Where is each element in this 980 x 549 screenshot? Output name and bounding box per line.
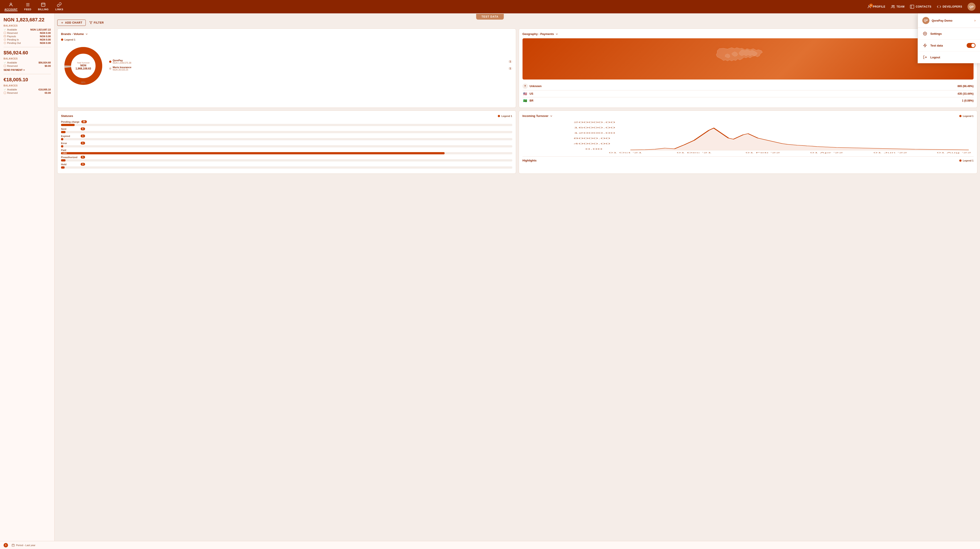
svg-text:01 Feb '22: 01 Feb '22 (746, 152, 780, 153)
eur-balance-amount: €18,005.10 (3, 77, 51, 83)
dropdown-logout[interactable]: Logout (918, 51, 980, 63)
svg-rect-4 (41, 3, 45, 6)
svg-text:120000.00: 120000.00 (573, 132, 615, 134)
svg-text:0.00: 0.00 (585, 148, 602, 150)
toolbar: ADD CHART FILTER (57, 16, 977, 26)
eur-balances-label: BALANCES (3, 84, 51, 87)
test-data-toggle[interactable] (967, 43, 975, 48)
ngn-reserved-row: Reserved NGN 0.00 (3, 32, 51, 34)
svg-marker-39 (923, 44, 926, 47)
svg-text:160000.00: 160000.00 (573, 127, 615, 129)
svg-text:01 Aug '22: 01 Aug '22 (937, 152, 971, 153)
legend-item-qorepay: QorePay NGN 1,939,575.38 1 (109, 59, 512, 64)
usd-balances-label: BALANCES (3, 57, 51, 60)
svg-point-8 (893, 5, 894, 6)
bottom-period: Period - Last year (11, 544, 35, 547)
statuses-legend-dot (498, 115, 500, 117)
svg-rect-9 (910, 5, 914, 8)
donut-chart: Total Turnover NGN 1,968,108.63 98% (61, 44, 106, 88)
svg-text:80000.00: 80000.00 (573, 137, 610, 139)
dropdown-user-name: QorePay Demo (932, 19, 952, 22)
ngn-payouts-row: Payouts NGN 0.00 (3, 35, 51, 38)
incoming-turnover-title-btn[interactable]: Incoming Turnover (522, 114, 553, 118)
brands-volume-card: Brands - Volume Legend 1 (57, 29, 516, 108)
nav-profile[interactable]: 9 PROFILE (867, 5, 885, 9)
geography-title-btn[interactable]: Geography - Payments (522, 32, 558, 36)
nav-links[interactable]: LINKS (55, 2, 63, 11)
ngn-available-row: Available NGN 1,823,687.22 (3, 28, 51, 31)
svg-rect-41 (12, 544, 14, 547)
dropdown-header: QP QorePay Demo › (918, 13, 980, 28)
logout-label: Logout (930, 56, 975, 59)
geo-unknown: ? Unknown 865 (66.49%) (522, 82, 974, 91)
legend-item-meris: Meris Insurance NGN 28,533.25 1 (109, 66, 512, 71)
status-hold: Hold 3 (61, 163, 512, 169)
usd-balance-amount: $56,924.60 (3, 50, 51, 56)
qorepay-dot (109, 60, 111, 63)
top-nav: ACCOUNT FEED BILLING LINKS 9 PROFILE TEA… (0, 0, 980, 13)
svg-marker-20 (89, 22, 92, 24)
dropdown-user[interactable]: QP QorePay Demo (922, 17, 952, 24)
status-pending-charge: Pending charge 36 (61, 120, 512, 126)
geo-list: ? Unknown 865 (66.49%) 🇺🇸 US 435 (33.44%… (522, 82, 974, 104)
geography-card: Geography - Payments (519, 29, 978, 108)
bottom-bar: 1 Period - Last year (0, 541, 980, 549)
svg-rect-16 (4, 65, 6, 67)
status-error: Error 1 (61, 142, 512, 148)
highlights-legend-dot (959, 159, 961, 162)
donut-center: Total Turnover NGN 1,968,108.63 (72, 62, 94, 70)
send-payment-btn[interactable]: SEND PAYMENT > (3, 68, 51, 71)
user-avatar-btn[interactable]: QP (967, 3, 975, 11)
status-sent: Sent 5 (61, 127, 512, 133)
status-expired: Expired 1 (61, 135, 512, 140)
donut-area: Total Turnover NGN 1,968,108.63 98% Qore… (61, 44, 512, 88)
dropdown-settings[interactable]: Settings (918, 28, 980, 40)
svg-text:01 Dec '21: 01 Dec '21 (677, 152, 712, 153)
eur-available-row: Available €18,005.10 (3, 88, 51, 91)
ngn-balance-amount: NGN 1,823,687.22 (3, 17, 51, 23)
settings-label: Settings (930, 32, 975, 35)
status-paid: Paid 1352 (61, 149, 512, 154)
svg-text:01 Apr '22: 01 Apr '22 (810, 152, 843, 153)
test-data-icon (922, 43, 928, 48)
nav-team[interactable]: TEAM (891, 5, 905, 9)
geo-br: 🇧🇷 BR 1 (0.08%) (522, 97, 974, 104)
meris-dot (109, 67, 111, 70)
highlights-title: Highlights (522, 159, 537, 162)
us-flag: 🇺🇸 (522, 92, 528, 96)
dropdown-test-data[interactable]: Test data (918, 40, 980, 51)
test-data-label: Test data (930, 44, 964, 47)
unknown-icon: ? (522, 84, 528, 89)
nav-developers[interactable]: DEVELOPERS (937, 5, 962, 9)
sidebar: NGN 1,823,687.22 BALANCES Available NGN … (0, 13, 54, 549)
add-chart-button[interactable]: ADD CHART (57, 20, 86, 26)
ngn-pending-in-row: Pending In NGN 0.00 (3, 38, 51, 41)
svg-rect-12 (4, 36, 6, 37)
nav-billing[interactable]: BILLING (38, 2, 49, 11)
dropdown-avatar: QP (922, 17, 929, 24)
nav-contacts[interactable]: CONTACTS (910, 5, 931, 9)
profile-badge: 9 (869, 3, 873, 7)
incoming-turnover-card: Incoming Turnover Legend 1 200000.00 160… (519, 110, 978, 174)
bottom-badge: 1 (3, 543, 8, 547)
filter-button[interactable]: FILTER (89, 21, 104, 24)
svg-point-38 (924, 33, 926, 34)
statuses-card: Statuses Legend 1 Pending charge 36 (57, 110, 516, 174)
geography-map (522, 38, 974, 80)
svg-point-0 (10, 3, 12, 5)
brands-title-btn[interactable]: Brands - Volume (61, 32, 88, 36)
ngn-balances-label: BALANCES (3, 24, 51, 27)
nav-account[interactable]: ACCOUNT (5, 2, 18, 11)
nav-feed[interactable]: FEED (24, 2, 32, 11)
content-area: ADD CHART FILTER Brands - Volume Legend … (54, 13, 980, 549)
status-rows: Pending charge 36 Sent 5 (61, 120, 512, 169)
nav-right: 9 PROFILE TEAM CONTACTS DEVELOPERS QP (867, 3, 975, 11)
logout-icon (922, 54, 928, 60)
usd-reserved-row: Reserved $0.00 (3, 65, 51, 67)
svg-text:40000.00: 40000.00 (573, 143, 610, 145)
dropdown-chevron: › (974, 19, 975, 22)
donut-pct-label: 98% (81, 81, 86, 84)
turnover-legend-dot (959, 115, 961, 117)
main-layout: NGN 1,823,687.22 BALANCES Available NGN … (0, 13, 980, 549)
svg-text:01 Jun '22: 01 Jun '22 (873, 152, 907, 153)
